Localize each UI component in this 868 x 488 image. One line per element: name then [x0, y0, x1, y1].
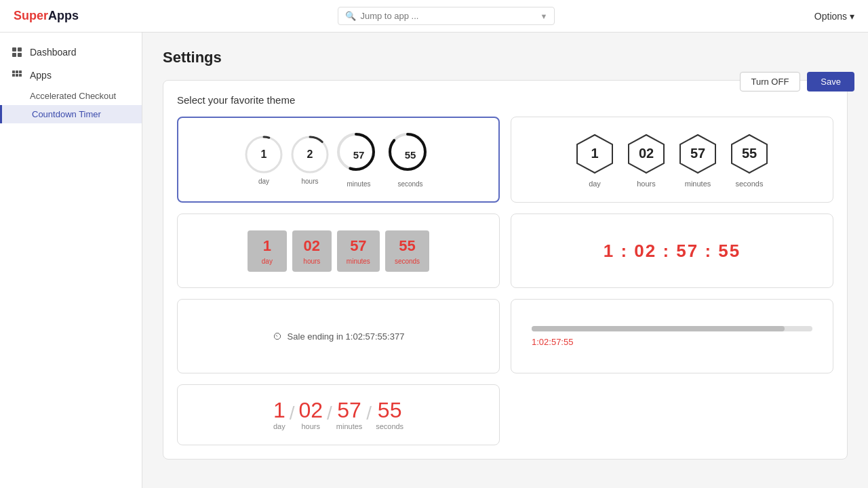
div-minutes-num: 57 — [337, 399, 361, 421]
divider-theme: 1 day / 02 hours / 57 minutes — [273, 399, 403, 430]
hex-minutes: 57 minutes — [676, 132, 719, 188]
sidebar-item-apps[interactable]: Apps — [0, 64, 142, 87]
circle-minutes-num: 57 — [353, 149, 365, 161]
hex-minutes-shape: 57 — [676, 132, 719, 176]
theme-card-2[interactable]: 1 day 02 hours — [511, 117, 833, 203]
circle-seconds-num: 55 — [405, 149, 416, 161]
circle-seconds-label: seconds — [397, 180, 422, 188]
div-seconds-num: 55 — [378, 399, 402, 421]
box-seconds-label: seconds — [395, 258, 420, 265]
layout: Turn OFF Save Dashboard Apps Accelerated… — [0, 33, 868, 488]
hex-day-label: day — [589, 180, 601, 188]
box-seconds-num: 55 — [399, 237, 415, 255]
svg-rect-3 — [18, 53, 22, 57]
div-seconds-label: seconds — [376, 422, 403, 430]
hex-seconds-shape: 55 — [728, 132, 771, 176]
box-minutes-num: 57 — [350, 237, 366, 255]
progress-bar-outer — [532, 326, 812, 331]
box-day-label: day — [262, 258, 273, 265]
themes-grid: 1 day 2 — [177, 117, 833, 445]
section-label: Select your favorite theme — [177, 94, 833, 106]
circle-minutes-wrapper: 57 — [336, 131, 382, 178]
hex-day: 1 day — [573, 132, 616, 188]
box-minutes-label: minutes — [347, 258, 370, 265]
hex-hours-label: hours — [637, 180, 656, 188]
theme-card-6[interactable]: 1:02:57:55 — [511, 299, 833, 373]
div-sep-2: / — [327, 403, 332, 424]
topbar: SuperApps 🔍 ▼ Options ▾ — [0, 0, 868, 33]
box-hours: 02 hours — [292, 230, 332, 272]
svg-rect-8 — [16, 74, 18, 77]
main-content: Settings Select your favorite theme — [142, 33, 868, 488]
div-day-num: 1 — [273, 399, 285, 421]
options-button[interactable]: Options ▾ — [814, 11, 854, 22]
box-seconds: 55 seconds — [385, 230, 429, 272]
progress-bar-inner — [532, 326, 785, 331]
action-bar: Turn OFF Save — [740, 72, 855, 92]
circle-hours-label: hours — [301, 178, 318, 185]
box-theme: 1 day 02 hours 57 minutes 55 — [248, 230, 429, 272]
sidebar-item-countdown-timer[interactable]: Countdown Timer — [0, 105, 142, 123]
sidebar-item-dashboard[interactable]: Dashboard — [0, 41, 142, 64]
sidebar-item-accelerated-checkout[interactable]: Accelerated Checkout — [0, 87, 142, 105]
circle-day-num: 1 — [261, 148, 267, 161]
apps-icon — [11, 69, 23, 81]
turn-off-button[interactable]: Turn OFF — [740, 72, 801, 92]
box-day-num: 1 — [263, 237, 271, 255]
circle-seconds: 55 seconds — [387, 131, 433, 188]
save-button[interactable]: Save — [807, 72, 854, 92]
circle-hours-num: 2 — [307, 148, 313, 161]
digital-display: 1 : 02 : 57 : 55 — [604, 241, 741, 262]
chevron-down-icon: ▼ — [540, 12, 548, 20]
div-day: 1 day — [273, 399, 285, 430]
search-input[interactable] — [360, 11, 534, 21]
div-seconds: 55 seconds — [376, 399, 403, 430]
circle-day: 1 day — [243, 134, 284, 185]
search-icon: 🔍 — [345, 11, 356, 21]
progressbar-theme: 1:02:57:55 — [525, 326, 819, 347]
svg-rect-0 — [12, 47, 16, 52]
theme-card-4[interactable]: 1 : 02 : 57 : 55 — [511, 214, 833, 288]
circle-seconds-wrapper: 55 — [387, 131, 433, 178]
circle-minutes-label: minutes — [347, 180, 370, 188]
svg-rect-7 — [12, 74, 15, 77]
hex-hours: 02 hours — [625, 132, 668, 188]
theme-card-1[interactable]: 1 day 2 — [177, 117, 500, 203]
circle-minutes: 57 minutes — [336, 131, 382, 188]
sidebar: Dashboard Apps Accelerated Checkout Coun… — [0, 33, 142, 488]
box-hours-label: hours — [303, 258, 320, 265]
div-hours-num: 02 — [298, 399, 323, 421]
circle-day-wrapper: 1 — [243, 134, 284, 175]
box-hours-num: 02 — [304, 237, 320, 255]
page-title: Settings — [163, 49, 848, 66]
hex-hours-num: 02 — [639, 146, 654, 161]
div-hours: 02 hours — [298, 399, 323, 430]
div-hours-label: hours — [301, 422, 320, 430]
div-day-label: day — [273, 422, 285, 430]
topbar-right: Options ▾ — [814, 11, 854, 22]
box-minutes: 57 minutes — [337, 230, 380, 272]
svg-rect-9 — [19, 74, 22, 77]
sidebar-item-apps-label: Apps — [30, 70, 52, 81]
theme-card-3[interactable]: 1 day 02 hours 57 minutes 55 — [177, 214, 500, 288]
circle-hours-wrapper: 2 — [290, 134, 330, 175]
svg-rect-2 — [12, 53, 16, 57]
div-sep-3: / — [366, 403, 372, 424]
text-countdown: Sale ending in 1:02:57:55:377 — [288, 331, 405, 342]
text-theme: ⏲ Sale ending in 1:02:57:55:377 — [273, 331, 405, 342]
dashboard-icon — [11, 46, 23, 58]
hex-theme: 1 day 02 hours — [573, 132, 771, 188]
hex-hours-shape: 02 — [625, 132, 668, 176]
div-minutes: 57 minutes — [336, 399, 363, 430]
svg-rect-4 — [12, 70, 15, 73]
theme-card-7[interactable]: 1 day / 02 hours / 57 minutes — [177, 384, 500, 445]
circular-theme: 1 day 2 — [243, 131, 433, 188]
sidebar-accelerated-checkout-label: Accelerated Checkout — [30, 91, 116, 101]
clock-icon: ⏲ — [273, 331, 282, 342]
div-minutes-label: minutes — [336, 422, 363, 430]
circle-day-label: day — [258, 178, 269, 185]
search-bar[interactable]: 🔍 ▼ — [338, 7, 555, 25]
theme-card-5[interactable]: ⏲ Sale ending in 1:02:57:55:377 — [177, 299, 500, 373]
box-day: 1 day — [248, 230, 287, 272]
div-sep-1: / — [290, 403, 295, 424]
